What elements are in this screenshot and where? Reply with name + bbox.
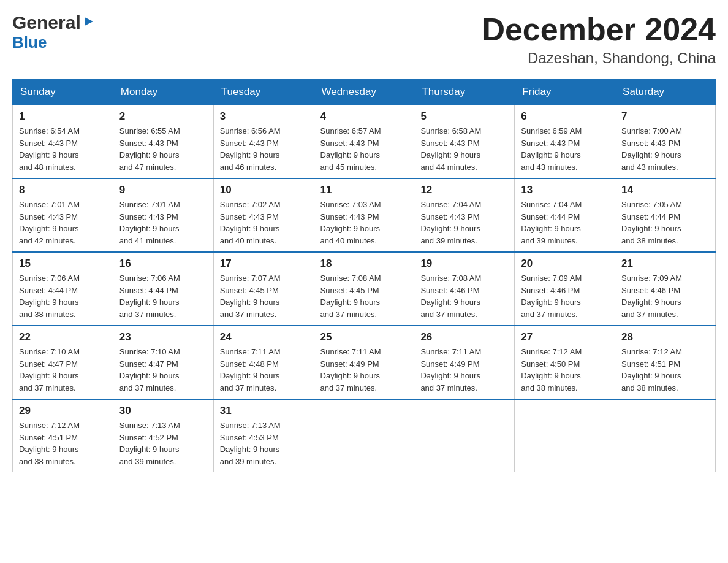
- day-number: 12: [420, 184, 508, 196]
- calendar-day-cell: 14 Sunrise: 7:05 AM Sunset: 4:44 PM Dayl…: [615, 178, 716, 252]
- calendar-day-cell: 1 Sunrise: 6:54 AM Sunset: 4:43 PM Dayli…: [13, 105, 113, 178]
- day-info: Sunrise: 7:01 AM Sunset: 4:43 PM Dayligh…: [119, 199, 207, 247]
- calendar-day-cell: 11 Sunrise: 7:03 AM Sunset: 4:43 PM Dayl…: [314, 178, 414, 252]
- day-number: 5: [420, 110, 508, 123]
- day-info: Sunrise: 7:12 AM Sunset: 4:50 PM Dayligh…: [521, 346, 609, 394]
- day-info: Sunrise: 6:54 AM Sunset: 4:43 PM Dayligh…: [19, 125, 107, 173]
- logo-blue-text: Blue: [12, 33, 47, 52]
- day-number: 20: [521, 258, 609, 270]
- calendar-day-cell: 28 Sunrise: 7:12 AM Sunset: 4:51 PM Dayl…: [615, 326, 716, 399]
- calendar-week-row: 22 Sunrise: 7:10 AM Sunset: 4:47 PM Dayl…: [13, 326, 716, 399]
- day-number: 10: [220, 184, 308, 196]
- calendar-day-cell: 9 Sunrise: 7:01 AM Sunset: 4:43 PM Dayli…: [113, 178, 213, 252]
- day-info: Sunrise: 7:10 AM Sunset: 4:47 PM Dayligh…: [119, 346, 207, 394]
- page-header: General Blue December 2024 Dazeshan, Sha…: [12, 12, 716, 67]
- calendar-day-cell: 8 Sunrise: 7:01 AM Sunset: 4:43 PM Dayli…: [13, 178, 113, 252]
- day-info: Sunrise: 7:00 AM Sunset: 4:43 PM Dayligh…: [621, 125, 709, 173]
- calendar-empty-cell: [515, 399, 615, 472]
- day-number: 26: [420, 331, 508, 343]
- day-info: Sunrise: 7:11 AM Sunset: 4:48 PM Dayligh…: [220, 346, 308, 394]
- day-info: Sunrise: 7:11 AM Sunset: 4:49 PM Dayligh…: [320, 346, 408, 394]
- day-number: 31: [220, 405, 308, 417]
- calendar-week-row: 15 Sunrise: 7:06 AM Sunset: 4:44 PM Dayl…: [13, 252, 716, 326]
- day-number: 21: [621, 258, 709, 270]
- day-number: 2: [119, 110, 207, 123]
- calendar-day-cell: 30 Sunrise: 7:13 AM Sunset: 4:52 PM Dayl…: [113, 399, 213, 472]
- day-info: Sunrise: 7:08 AM Sunset: 4:46 PM Dayligh…: [420, 272, 508, 320]
- day-info: Sunrise: 7:04 AM Sunset: 4:44 PM Dayligh…: [521, 199, 609, 247]
- calendar-day-cell: 22 Sunrise: 7:10 AM Sunset: 4:47 PM Dayl…: [13, 326, 113, 399]
- day-info: Sunrise: 6:58 AM Sunset: 4:43 PM Dayligh…: [420, 125, 508, 173]
- calendar-day-cell: 3 Sunrise: 6:56 AM Sunset: 4:43 PM Dayli…: [213, 105, 314, 178]
- day-info: Sunrise: 7:03 AM Sunset: 4:43 PM Dayligh…: [320, 199, 408, 247]
- weekday-header-sunday: Sunday: [13, 80, 113, 105]
- day-number: 18: [320, 258, 408, 270]
- day-info: Sunrise: 7:05 AM Sunset: 4:44 PM Dayligh…: [621, 199, 709, 247]
- day-number: 24: [220, 331, 308, 343]
- weekday-header-tuesday: Tuesday: [213, 80, 314, 105]
- calendar-day-cell: 31 Sunrise: 7:13 AM Sunset: 4:53 PM Dayl…: [213, 399, 314, 472]
- calendar-day-cell: 24 Sunrise: 7:11 AM Sunset: 4:48 PM Dayl…: [213, 326, 314, 399]
- calendar-day-cell: 10 Sunrise: 7:02 AM Sunset: 4:43 PM Dayl…: [213, 178, 314, 252]
- day-info: Sunrise: 7:06 AM Sunset: 4:44 PM Dayligh…: [119, 272, 207, 320]
- day-number: 29: [19, 405, 107, 417]
- day-info: Sunrise: 7:02 AM Sunset: 4:43 PM Dayligh…: [220, 199, 308, 247]
- day-number: 6: [521, 110, 609, 123]
- day-info: Sunrise: 7:09 AM Sunset: 4:46 PM Dayligh…: [621, 272, 709, 320]
- day-info: Sunrise: 7:10 AM Sunset: 4:47 PM Dayligh…: [19, 346, 107, 394]
- day-number: 19: [420, 258, 508, 270]
- calendar-day-cell: 7 Sunrise: 7:00 AM Sunset: 4:43 PM Dayli…: [615, 105, 716, 178]
- day-info: Sunrise: 7:12 AM Sunset: 4:51 PM Dayligh…: [19, 419, 107, 467]
- day-info: Sunrise: 7:09 AM Sunset: 4:46 PM Dayligh…: [521, 272, 609, 320]
- month-title: December 2024: [482, 12, 716, 47]
- day-info: Sunrise: 7:01 AM Sunset: 4:43 PM Dayligh…: [19, 199, 107, 247]
- calendar-week-row: 1 Sunrise: 6:54 AM Sunset: 4:43 PM Dayli…: [13, 105, 716, 178]
- calendar-day-cell: 18 Sunrise: 7:08 AM Sunset: 4:45 PM Dayl…: [314, 252, 414, 326]
- day-info: Sunrise: 7:04 AM Sunset: 4:43 PM Dayligh…: [420, 199, 508, 247]
- day-number: 25: [320, 331, 408, 343]
- day-info: Sunrise: 6:57 AM Sunset: 4:43 PM Dayligh…: [320, 125, 408, 173]
- location-title: Dazeshan, Shandong, China: [482, 50, 716, 67]
- calendar-day-cell: 16 Sunrise: 7:06 AM Sunset: 4:44 PM Dayl…: [113, 252, 213, 326]
- logo: General Blue: [12, 12, 96, 52]
- weekday-header-thursday: Thursday: [414, 80, 515, 105]
- calendar-day-cell: 13 Sunrise: 7:04 AM Sunset: 4:44 PM Dayl…: [515, 178, 615, 252]
- calendar-day-cell: 2 Sunrise: 6:55 AM Sunset: 4:43 PM Dayli…: [113, 105, 213, 178]
- day-info: Sunrise: 7:07 AM Sunset: 4:45 PM Dayligh…: [220, 272, 308, 320]
- day-number: 15: [19, 258, 107, 270]
- day-number: 8: [19, 184, 107, 196]
- calendar-empty-cell: [314, 399, 414, 472]
- day-number: 17: [220, 258, 308, 270]
- day-number: 7: [621, 110, 709, 123]
- calendar-day-cell: 17 Sunrise: 7:07 AM Sunset: 4:45 PM Dayl…: [213, 252, 314, 326]
- weekday-header-saturday: Saturday: [615, 80, 716, 105]
- day-info: Sunrise: 7:06 AM Sunset: 4:44 PM Dayligh…: [19, 272, 107, 320]
- day-number: 22: [19, 331, 107, 343]
- calendar-table: SundayMondayTuesdayWednesdayThursdayFrid…: [12, 79, 716, 472]
- day-number: 9: [119, 184, 207, 196]
- day-number: 27: [521, 331, 609, 343]
- day-info: Sunrise: 7:11 AM Sunset: 4:49 PM Dayligh…: [420, 346, 508, 394]
- calendar-week-row: 8 Sunrise: 7:01 AM Sunset: 4:43 PM Dayli…: [13, 178, 716, 252]
- weekday-header-monday: Monday: [113, 80, 213, 105]
- calendar-day-cell: 29 Sunrise: 7:12 AM Sunset: 4:51 PM Dayl…: [13, 399, 113, 472]
- day-number: 23: [119, 331, 207, 343]
- day-number: 13: [521, 184, 609, 196]
- logo-arrow-icon: [82, 15, 96, 31]
- day-info: Sunrise: 7:13 AM Sunset: 4:53 PM Dayligh…: [220, 419, 308, 467]
- calendar-day-cell: 25 Sunrise: 7:11 AM Sunset: 4:49 PM Dayl…: [314, 326, 414, 399]
- calendar-day-cell: 15 Sunrise: 7:06 AM Sunset: 4:44 PM Dayl…: [13, 252, 113, 326]
- calendar-day-cell: 12 Sunrise: 7:04 AM Sunset: 4:43 PM Dayl…: [414, 178, 515, 252]
- day-number: 3: [220, 110, 308, 123]
- title-section: December 2024 Dazeshan, Shandong, China: [482, 12, 716, 67]
- day-info: Sunrise: 7:13 AM Sunset: 4:52 PM Dayligh…: [119, 419, 207, 467]
- calendar-empty-cell: [414, 399, 515, 472]
- weekday-header-friday: Friday: [515, 80, 615, 105]
- day-number: 16: [119, 258, 207, 270]
- day-number: 14: [621, 184, 709, 196]
- calendar-day-cell: 6 Sunrise: 6:59 AM Sunset: 4:43 PM Dayli…: [515, 105, 615, 178]
- calendar-day-cell: 21 Sunrise: 7:09 AM Sunset: 4:46 PM Dayl…: [615, 252, 716, 326]
- calendar-day-cell: 5 Sunrise: 6:58 AM Sunset: 4:43 PM Dayli…: [414, 105, 515, 178]
- day-info: Sunrise: 7:08 AM Sunset: 4:45 PM Dayligh…: [320, 272, 408, 320]
- day-info: Sunrise: 6:55 AM Sunset: 4:43 PM Dayligh…: [119, 125, 207, 173]
